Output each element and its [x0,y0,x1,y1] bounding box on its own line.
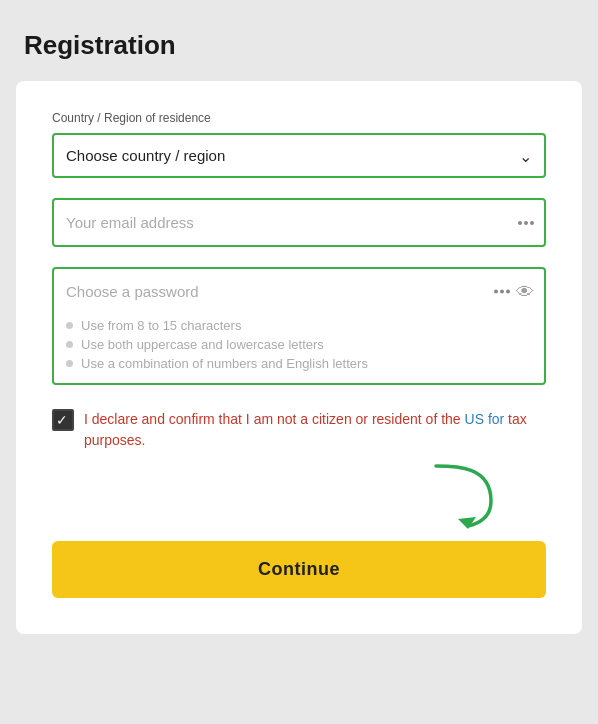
hint-text-2: Use both uppercase and lowercase letters [81,337,324,352]
password-input[interactable] [54,269,544,314]
country-select[interactable]: Choose country / region United States Un… [54,135,544,176]
hint-item-3: Use a combination of numbers and English… [66,356,532,371]
country-label: Country / Region of residence [52,111,546,125]
password-hints: Use from 8 to 15 characters Use both upp… [54,314,544,375]
password-top: 👁︎ [54,269,544,314]
continue-button[interactable]: Continue [52,541,546,598]
hint-dot-1 [66,322,73,329]
password-icons: 👁︎ [494,281,534,302]
password-field-group: 👁︎ Use from 8 to 15 characters Use both … [52,267,546,385]
hint-item-2: Use both uppercase and lowercase letters [66,337,532,352]
arrow-area [52,461,546,531]
arrow-icon [426,461,506,531]
email-input-wrapper[interactable] [52,198,546,247]
declaration-checkbox[interactable] [52,409,74,431]
email-field-group [52,198,546,247]
email-options-icon [518,221,534,225]
declaration-for-text: for [488,411,504,427]
declaration-us-text: US [465,411,484,427]
declaration-text: I declare and confirm that I am not a ci… [84,409,546,451]
hint-dot-3 [66,360,73,367]
declaration-row: ✓ I declare and confirm that I am not a … [52,409,546,451]
password-input-wrapper[interactable]: 👁︎ Use from 8 to 15 characters Use both … [52,267,546,385]
eye-slash-icon: 👁︎ [516,281,534,302]
page-title: Registration [0,20,598,81]
password-dots-icon [494,290,510,294]
hint-text-3: Use a combination of numbers and English… [81,356,368,371]
hint-item-1: Use from 8 to 15 characters [66,318,532,333]
registration-card: Country / Region of residence Choose cou… [16,81,582,634]
declaration-checkbox-wrapper[interactable]: ✓ [52,409,74,435]
country-field-group: Country / Region of residence Choose cou… [52,111,546,178]
dots-icon [518,221,534,225]
hint-dot-2 [66,341,73,348]
hint-text-1: Use from 8 to 15 characters [81,318,241,333]
email-input[interactable] [54,200,544,245]
country-select-wrapper[interactable]: Choose country / region United States Un… [52,133,546,178]
